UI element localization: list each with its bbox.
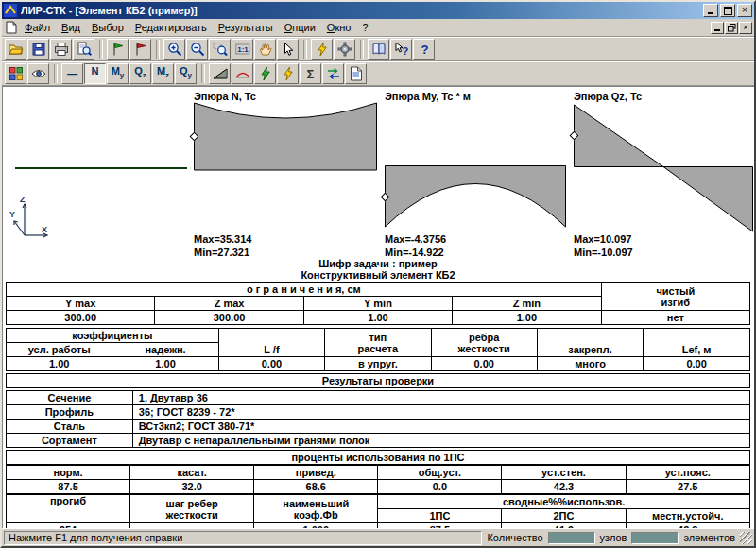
diagram-n-min: Min=27.321	[194, 247, 249, 258]
mdi-close-button[interactable]: ×	[739, 22, 752, 34]
status-elements-label: элементов	[681, 532, 737, 543]
final-results-table: прогиб шаг ребержесткости наименьшийкоэф…	[6, 494, 750, 528]
zoom-actual-size-button[interactable]: 1:1	[232, 39, 253, 60]
settings-button[interactable]	[334, 39, 355, 60]
diagram-my-button[interactable]: My	[107, 63, 129, 84]
cell-value: 87.5	[378, 523, 502, 529]
cell-value: 1.00	[112, 357, 218, 371]
status-bar: Нажмите F1 для получения справки Количес…	[2, 528, 754, 546]
yellow-lightning-icon	[281, 66, 296, 81]
flag-red-button[interactable]	[129, 39, 151, 60]
hatched-diagram-icon	[213, 66, 228, 81]
cell-value: в упруг.	[325, 357, 431, 371]
axis-x-label: X	[42, 225, 47, 234]
col-header: Z max	[155, 297, 303, 311]
select-button[interactable]	[277, 39, 299, 60]
print-preview-button[interactable]	[73, 39, 94, 60]
menu-results[interactable]: Результаты	[213, 21, 279, 34]
col-header: надежн.	[112, 343, 218, 357]
coeff-group-header: коэффициенты	[7, 329, 219, 343]
printer-icon	[54, 42, 69, 57]
diagram-qz-title: Эпюра Qz, Тс	[574, 91, 642, 102]
menu-bar: Файл Вид Выбор Редактировать Результаты …	[2, 19, 754, 37]
cell-value: 0.00	[644, 357, 750, 371]
red-flag-icon	[133, 42, 148, 57]
resize-grip[interactable]	[740, 532, 752, 544]
element-title-line: Конструктивный элемент КБ2	[2, 269, 754, 281]
col-header: Lef, м	[644, 329, 750, 357]
menu-select[interactable]: Выбор	[86, 21, 129, 34]
maximize-icon	[724, 7, 732, 15]
svg-text:?: ?	[421, 43, 428, 57]
svg-text:Σ: Σ	[306, 67, 314, 81]
flag-green-button[interactable]	[107, 39, 129, 60]
report-document-icon	[349, 66, 364, 81]
status-count-label: Количество	[485, 532, 544, 543]
zoom-out-button[interactable]	[186, 39, 208, 60]
qy-diagram-icon: Qy	[180, 66, 192, 80]
diagram-mz-button[interactable]: Mz	[152, 63, 174, 84]
svod-header: сводные%%использов.	[378, 495, 750, 509]
menu-edit[interactable]: Редактировать	[129, 21, 213, 34]
line-icon: —	[67, 69, 77, 79]
deformed-scheme-button[interactable]	[232, 63, 253, 84]
report-button[interactable]	[345, 63, 367, 84]
calc-green-button[interactable]	[254, 63, 276, 84]
col-header: L /f	[218, 329, 324, 357]
app-icon	[4, 4, 17, 17]
mdi-restore-button[interactable]	[725, 22, 738, 34]
help-book-button[interactable]	[368, 39, 389, 60]
cell-value: 32.0	[130, 480, 254, 494]
row-value: Двутавр с непараллельными гранями полок	[132, 434, 749, 448]
coefficients-table: коэффициенты L /f типрасчета ребражестко…	[6, 328, 750, 371]
status-nodes-value	[548, 532, 595, 544]
report-area: о г р а н и ч е н и я, см чистыйизгиб Y …	[2, 282, 754, 528]
epure-hatch-button[interactable]	[209, 63, 231, 84]
diagram-qy-button[interactable]: Qy	[175, 63, 197, 84]
cell-value: 1.00	[7, 357, 112, 371]
maximize-button[interactable]	[720, 4, 735, 17]
floppy-icon	[31, 42, 46, 57]
deformed-curve-icon	[235, 66, 250, 81]
menu-window[interactable]: Окно	[321, 21, 357, 34]
cell-value: 0.0	[378, 480, 502, 494]
view-filter-button[interactable]	[27, 63, 49, 84]
print-button[interactable]	[50, 39, 72, 60]
element-axis-button[interactable]: —	[61, 63, 83, 84]
client-area: Эпюра N, Тс Эпюра My, Тс * м Эпюра Qz, Т…	[2, 86, 754, 528]
fragment-button[interactable]	[5, 63, 26, 84]
open-document-button[interactable]	[5, 39, 26, 60]
cell-value: 300.00	[7, 311, 155, 325]
element-axis-line	[15, 167, 187, 169]
cell-value: 300.00	[155, 311, 303, 325]
mdi-minimize-button[interactable]	[711, 22, 724, 34]
cell-value: 1.00	[303, 311, 452, 325]
minimize-button[interactable]	[703, 4, 718, 17]
menu-help[interactable]: ?	[356, 21, 373, 34]
diagram-n-button[interactable]: N	[84, 63, 106, 84]
open-folder-icon	[9, 42, 24, 57]
close-button[interactable]: ×	[737, 4, 752, 17]
menu-file[interactable]: Файл	[19, 21, 56, 34]
menu-options[interactable]: Опции	[279, 21, 321, 34]
diagram-qz-button[interactable]: Qz	[129, 63, 151, 84]
recalc-button[interactable]	[322, 63, 344, 84]
menu-view[interactable]: Вид	[56, 21, 86, 34]
diagram-n-plot	[194, 102, 377, 172]
restrictions-table: о г р а н и ч е н и я, см чистыйизгиб Y …	[6, 282, 750, 325]
toolbar-main: 1:1 ? ?	[2, 37, 754, 61]
context-help-button[interactable]: ?	[390, 39, 412, 60]
about-button[interactable]: ?	[413, 39, 435, 60]
zoom-in-button[interactable]	[163, 39, 185, 60]
restrictions-header: о г р а н и ч е н и я, см	[7, 283, 602, 297]
calculate-button[interactable]	[311, 39, 333, 60]
save-document-button[interactable]	[27, 39, 49, 60]
col-header: 1ПС	[378, 509, 502, 523]
results-header-table: Результаты проверки	[6, 373, 750, 388]
pan-button[interactable]	[254, 39, 276, 60]
gear-icon	[337, 42, 352, 57]
zoom-window-button[interactable]	[209, 39, 231, 60]
calc-yellow-button[interactable]	[277, 63, 299, 84]
sum-button[interactable]: Σ	[300, 63, 321, 84]
cell-value: 41.9	[502, 523, 626, 529]
